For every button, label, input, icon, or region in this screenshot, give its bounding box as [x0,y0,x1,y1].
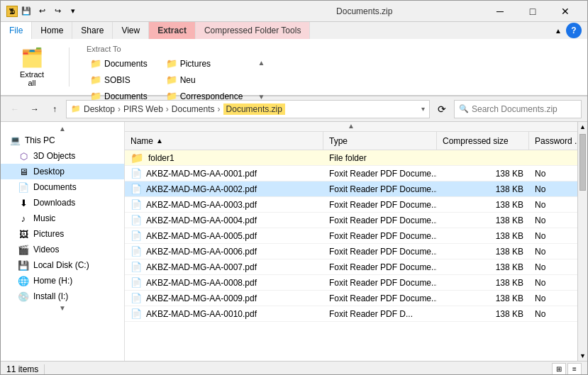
refresh-button[interactable]: ⟳ [433,100,451,118]
desktop-icon: 🖥 [18,166,29,177]
sidebar-item-3dobjects[interactable]: ⬡ 3D Objects [1,148,124,164]
status-separator [44,364,45,374]
extract-all-button[interactable]: 🗂️ Extractall [12,46,52,89]
scrollbar-track[interactable] [579,133,587,350]
quicklink-scroll-up[interactable]: ▲ [257,59,265,67]
redo-qa-btn[interactable]: ↪ [50,4,65,18]
view-icons-btn[interactable]: ⊞ [552,363,566,376]
col-header-compressed[interactable]: Compressed size [437,132,529,150]
sidebar-item-documents[interactable]: 📄 Documents [1,179,124,195]
forward-button[interactable]: → [26,101,43,118]
address-dropdown-btn[interactable]: ▾ [421,105,425,113]
filename-0001: AKBZ-MAD-MG-AA-0001.pdf [146,169,257,179]
sidebar-item-thispc[interactable]: 💻 This PC [1,133,124,148]
back-button[interactable]: ← [6,101,23,118]
maximize-button[interactable]: □ [516,1,549,22]
breadcrumb-pirsweb: PIRS Web [123,104,163,114]
close-button[interactable]: ✕ [549,1,582,22]
collapse-ribbon-btn[interactable]: ▲ [553,27,563,35]
window-title: Documents.zip [245,6,484,16]
sidebar-label-music: Music [33,213,55,223]
filename-0009: AKBZ-MAD-MG-AA-0009.pdf [146,293,257,303]
save-qa-btn[interactable]: 💾 [19,4,33,18]
breadcrumb-bar[interactable]: 📁 Desktop › PIRS Web › Documents › Docum… [66,100,430,118]
cell-compressed-0005: 138 KB [437,228,529,244]
sidebar-item-homeh[interactable]: 🌐 Home (H:) [1,273,124,289]
quicklink-documents[interactable]: 📁 Documents [87,56,151,71]
breadcrumb-sep-2: › [166,104,169,114]
quicklink-pictures[interactable]: 📁 Pictures [162,56,247,71]
minimize-button[interactable]: ─ [484,1,516,22]
quicklink-label-pics: Pictures [180,59,211,69]
sidebar-item-desktop[interactable]: 🖥 Desktop [1,164,124,179]
filelist-scroll-up[interactable]: ▲ [125,122,577,132]
sidebar-item-pictures[interactable]: 🖼 Pictures [1,226,124,242]
filename-0006: AKBZ-MAD-MG-AA-0006.pdf [146,247,257,257]
table-row[interactable]: 📄 AKBZ-MAD-MG-AA-0006.pdf Foxit Reader P… [125,244,577,259]
tab-extract[interactable]: Extract [149,22,196,39]
view-list-btn[interactable]: ≡ [567,363,582,376]
col-password-label: Password ... [535,136,582,146]
cell-type-0010: Foxit Reader PDF D... [323,306,437,322]
col-header-type[interactable]: Type [323,132,437,150]
table-row[interactable]: 📄 AKBZ-MAD-MG-AA-0005.pdf Foxit Reader P… [125,228,577,244]
quicklink-sobis[interactable]: 📁 SOBIS [87,72,151,87]
downloads-icon: ⬇ [18,197,29,208]
table-row[interactable]: 📄 AKBZ-MAD-MG-AA-0004.pdf Foxit Reader P… [125,213,577,228]
extract-icon: 🗂️ [21,47,43,69]
table-row[interactable]: 📁 folder1 File folder [125,150,577,166]
scrollbar-up-btn[interactable]: ▲ [578,122,587,132]
sidebar-label-installi: Install (I:) [33,291,68,301]
tab-home[interactable]: Home [32,22,72,39]
sidebar-item-downloads[interactable]: ⬇ Downloads [1,195,124,211]
undo-qa-btn[interactable]: ↩ [35,4,49,18]
tab-share[interactable]: Share [72,22,113,39]
quicklink-neu[interactable]: 📁 Neu [162,72,247,87]
pdf-icon-0001: 📄 [131,168,142,179]
cell-compressed-0002: 138 KB [437,181,529,197]
extract-label: Extractall [20,70,44,87]
ribbon: File Home Share View Extract Compressed … [1,22,587,96]
sidebar-down-btn[interactable]: ▼ [4,304,121,312]
scrollbar-thumb[interactable] [579,134,586,191]
sidebar-item-installi[interactable]: 💿 Install (I:) [1,289,124,304]
search-box: 🔍 [454,100,582,118]
tab-view[interactable]: View [113,22,149,39]
quicklink-label-sobis: SOBIS [104,75,131,85]
cell-password-0004: No [529,213,577,228]
dropdown-qa-btn[interactable]: ▾ [66,4,80,18]
breadcrumb-sep-1: › [118,104,121,114]
table-row[interactable]: 📄 AKBZ-MAD-MG-AA-0002.pdf Foxit Reader P… [125,181,577,197]
tab-compressed[interactable]: Compressed Folder Tools [196,22,311,39]
search-input[interactable] [472,104,578,114]
table-row[interactable]: 📄 AKBZ-MAD-MG-AA-0008.pdf Foxit Reader P… [125,275,577,291]
quicklinks-left: 📁 Documents 📁 SOBIS 📁 Documents [87,56,151,103]
scrollbar-down-btn[interactable]: ▼ [578,351,587,361]
table-row[interactable]: 📄 AKBZ-MAD-MG-AA-0009.pdf Foxit Reader P… [125,291,577,306]
cell-name-folder1: 📁 folder1 [125,150,323,166]
table-row[interactable]: 📄 AKBZ-MAD-MG-AA-0001.pdf Foxit Reader P… [125,166,577,181]
col-header-name[interactable]: Name ▲ [125,132,323,150]
help-button[interactable]: ? [566,23,582,38]
extract-to-section: Extract To 📁 Documents 📁 SOBIS 📁 Documen… [81,42,270,92]
cell-password-0010: No [529,306,577,322]
table-row[interactable]: 📄 AKBZ-MAD-MG-AA-0003.pdf Foxit Reader P… [125,197,577,213]
folder-icon-sobis: 📁 [90,74,101,85]
up-button[interactable]: ↑ [46,101,63,118]
videos-icon: 🎬 [18,244,29,255]
sidebar-item-localc[interactable]: 💾 Local Disk (C:) [1,257,124,273]
breadcrumb-sep-3: › [218,104,221,114]
pdf-icon-0007: 📄 [131,262,142,272]
extract-section: 🗂️ Extractall [6,42,57,92]
sidebar-item-music[interactable]: ♪ Music [1,211,124,226]
tab-file[interactable]: File [1,22,32,39]
table-row[interactable]: 📄 AKBZ-MAD-MG-AA-0007.pdf Foxit Reader P… [125,259,577,275]
cell-compressed-0007: 138 KB [437,259,529,275]
sidebar-label-localc: Local Disk (C:) [33,260,89,270]
table-row[interactable]: 📄 AKBZ-MAD-MG-AA-0010.pdf Foxit Reader P… [125,306,577,322]
sidebar-item-videos[interactable]: 🎬 Videos [1,242,124,257]
extract-to-label: Extract To [87,45,265,53]
filename-0008: AKBZ-MAD-MG-AA-0008.pdf [146,278,257,288]
sidebar-label-pictures: Pictures [33,229,64,239]
sidebar-up-btn[interactable]: ▲ [4,125,121,133]
